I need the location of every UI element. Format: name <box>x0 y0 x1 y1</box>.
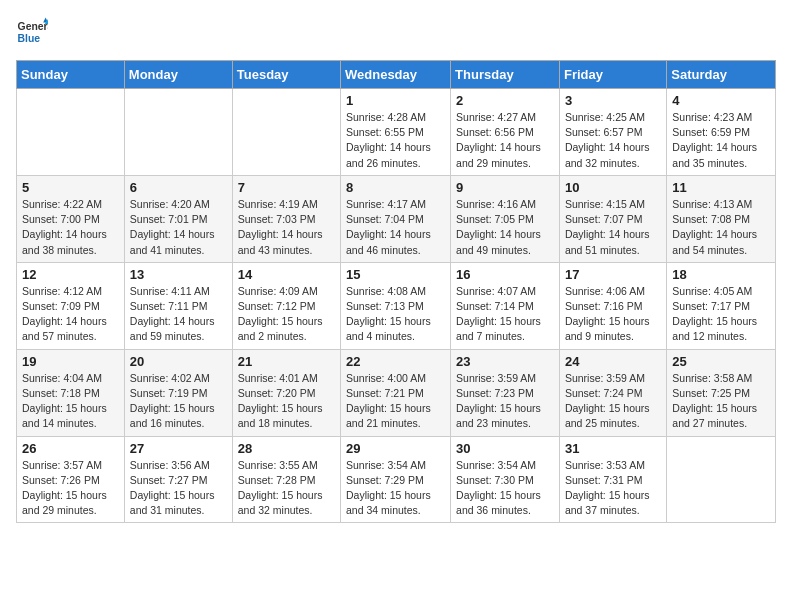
day-number: 12 <box>22 267 119 282</box>
day-info: Sunrise: 4:01 AM Sunset: 7:20 PM Dayligh… <box>238 371 335 432</box>
day-number: 10 <box>565 180 661 195</box>
calendar-week-row: 12Sunrise: 4:12 AM Sunset: 7:09 PM Dayli… <box>17 262 776 349</box>
logo: General Blue <box>16 16 52 48</box>
calendar-cell: 10Sunrise: 4:15 AM Sunset: 7:07 PM Dayli… <box>559 175 666 262</box>
calendar-cell: 6Sunrise: 4:20 AM Sunset: 7:01 PM Daylig… <box>124 175 232 262</box>
calendar-cell <box>124 89 232 176</box>
day-number: 11 <box>672 180 770 195</box>
day-number: 19 <box>22 354 119 369</box>
day-number: 23 <box>456 354 554 369</box>
day-number: 20 <box>130 354 227 369</box>
calendar-cell <box>232 89 340 176</box>
column-header-sunday: Sunday <box>17 61 125 89</box>
column-header-tuesday: Tuesday <box>232 61 340 89</box>
day-number: 9 <box>456 180 554 195</box>
day-info: Sunrise: 4:12 AM Sunset: 7:09 PM Dayligh… <box>22 284 119 345</box>
day-info: Sunrise: 4:17 AM Sunset: 7:04 PM Dayligh… <box>346 197 445 258</box>
day-number: 5 <box>22 180 119 195</box>
day-info: Sunrise: 3:59 AM Sunset: 7:23 PM Dayligh… <box>456 371 554 432</box>
day-info: Sunrise: 4:15 AM Sunset: 7:07 PM Dayligh… <box>565 197 661 258</box>
column-header-friday: Friday <box>559 61 666 89</box>
day-number: 26 <box>22 441 119 456</box>
day-info: Sunrise: 4:22 AM Sunset: 7:00 PM Dayligh… <box>22 197 119 258</box>
calendar-cell: 28Sunrise: 3:55 AM Sunset: 7:28 PM Dayli… <box>232 436 340 523</box>
day-number: 30 <box>456 441 554 456</box>
day-info: Sunrise: 3:58 AM Sunset: 7:25 PM Dayligh… <box>672 371 770 432</box>
calendar-cell: 22Sunrise: 4:00 AM Sunset: 7:21 PM Dayli… <box>341 349 451 436</box>
day-number: 8 <box>346 180 445 195</box>
day-info: Sunrise: 4:27 AM Sunset: 6:56 PM Dayligh… <box>456 110 554 171</box>
calendar-cell <box>17 89 125 176</box>
calendar-cell: 15Sunrise: 4:08 AM Sunset: 7:13 PM Dayli… <box>341 262 451 349</box>
calendar-cell: 1Sunrise: 4:28 AM Sunset: 6:55 PM Daylig… <box>341 89 451 176</box>
day-info: Sunrise: 4:02 AM Sunset: 7:19 PM Dayligh… <box>130 371 227 432</box>
day-number: 18 <box>672 267 770 282</box>
column-header-monday: Monday <box>124 61 232 89</box>
day-number: 17 <box>565 267 661 282</box>
day-info: Sunrise: 4:16 AM Sunset: 7:05 PM Dayligh… <box>456 197 554 258</box>
day-info: Sunrise: 3:59 AM Sunset: 7:24 PM Dayligh… <box>565 371 661 432</box>
day-number: 6 <box>130 180 227 195</box>
calendar-cell: 23Sunrise: 3:59 AM Sunset: 7:23 PM Dayli… <box>451 349 560 436</box>
day-number: 25 <box>672 354 770 369</box>
day-info: Sunrise: 3:53 AM Sunset: 7:31 PM Dayligh… <box>565 458 661 519</box>
day-number: 4 <box>672 93 770 108</box>
day-number: 14 <box>238 267 335 282</box>
day-number: 16 <box>456 267 554 282</box>
day-number: 13 <box>130 267 227 282</box>
calendar-week-row: 5Sunrise: 4:22 AM Sunset: 7:00 PM Daylig… <box>17 175 776 262</box>
calendar-cell: 9Sunrise: 4:16 AM Sunset: 7:05 PM Daylig… <box>451 175 560 262</box>
day-info: Sunrise: 4:00 AM Sunset: 7:21 PM Dayligh… <box>346 371 445 432</box>
calendar-header-row: SundayMondayTuesdayWednesdayThursdayFrid… <box>17 61 776 89</box>
calendar-cell: 5Sunrise: 4:22 AM Sunset: 7:00 PM Daylig… <box>17 175 125 262</box>
day-info: Sunrise: 4:23 AM Sunset: 6:59 PM Dayligh… <box>672 110 770 171</box>
column-header-wednesday: Wednesday <box>341 61 451 89</box>
day-number: 24 <box>565 354 661 369</box>
calendar-cell: 29Sunrise: 3:54 AM Sunset: 7:29 PM Dayli… <box>341 436 451 523</box>
day-number: 31 <box>565 441 661 456</box>
day-number: 15 <box>346 267 445 282</box>
day-info: Sunrise: 4:19 AM Sunset: 7:03 PM Dayligh… <box>238 197 335 258</box>
day-info: Sunrise: 4:11 AM Sunset: 7:11 PM Dayligh… <box>130 284 227 345</box>
calendar-cell: 19Sunrise: 4:04 AM Sunset: 7:18 PM Dayli… <box>17 349 125 436</box>
calendar-cell: 3Sunrise: 4:25 AM Sunset: 6:57 PM Daylig… <box>559 89 666 176</box>
logo-icon: General Blue <box>16 16 48 48</box>
day-number: 29 <box>346 441 445 456</box>
day-info: Sunrise: 4:13 AM Sunset: 7:08 PM Dayligh… <box>672 197 770 258</box>
calendar-week-row: 1Sunrise: 4:28 AM Sunset: 6:55 PM Daylig… <box>17 89 776 176</box>
day-info: Sunrise: 4:20 AM Sunset: 7:01 PM Dayligh… <box>130 197 227 258</box>
day-info: Sunrise: 4:28 AM Sunset: 6:55 PM Dayligh… <box>346 110 445 171</box>
calendar-week-row: 26Sunrise: 3:57 AM Sunset: 7:26 PM Dayli… <box>17 436 776 523</box>
day-number: 22 <box>346 354 445 369</box>
column-header-thursday: Thursday <box>451 61 560 89</box>
calendar-cell: 31Sunrise: 3:53 AM Sunset: 7:31 PM Dayli… <box>559 436 666 523</box>
svg-text:General: General <box>18 21 48 32</box>
day-info: Sunrise: 4:09 AM Sunset: 7:12 PM Dayligh… <box>238 284 335 345</box>
calendar-cell: 16Sunrise: 4:07 AM Sunset: 7:14 PM Dayli… <box>451 262 560 349</box>
page-header: General Blue <box>16 16 776 48</box>
day-info: Sunrise: 3:57 AM Sunset: 7:26 PM Dayligh… <box>22 458 119 519</box>
calendar-cell: 24Sunrise: 3:59 AM Sunset: 7:24 PM Dayli… <box>559 349 666 436</box>
calendar-cell <box>667 436 776 523</box>
calendar-cell: 27Sunrise: 3:56 AM Sunset: 7:27 PM Dayli… <box>124 436 232 523</box>
calendar-cell: 12Sunrise: 4:12 AM Sunset: 7:09 PM Dayli… <box>17 262 125 349</box>
calendar-cell: 13Sunrise: 4:11 AM Sunset: 7:11 PM Dayli… <box>124 262 232 349</box>
day-info: Sunrise: 4:07 AM Sunset: 7:14 PM Dayligh… <box>456 284 554 345</box>
day-number: 7 <box>238 180 335 195</box>
calendar-cell: 25Sunrise: 3:58 AM Sunset: 7:25 PM Dayli… <box>667 349 776 436</box>
calendar-cell: 20Sunrise: 4:02 AM Sunset: 7:19 PM Dayli… <box>124 349 232 436</box>
calendar-cell: 2Sunrise: 4:27 AM Sunset: 6:56 PM Daylig… <box>451 89 560 176</box>
calendar-cell: 7Sunrise: 4:19 AM Sunset: 7:03 PM Daylig… <box>232 175 340 262</box>
calendar-table: SundayMondayTuesdayWednesdayThursdayFrid… <box>16 60 776 523</box>
day-info: Sunrise: 3:56 AM Sunset: 7:27 PM Dayligh… <box>130 458 227 519</box>
day-info: Sunrise: 3:54 AM Sunset: 7:29 PM Dayligh… <box>346 458 445 519</box>
day-number: 27 <box>130 441 227 456</box>
calendar-cell: 17Sunrise: 4:06 AM Sunset: 7:16 PM Dayli… <box>559 262 666 349</box>
calendar-cell: 11Sunrise: 4:13 AM Sunset: 7:08 PM Dayli… <box>667 175 776 262</box>
day-number: 28 <box>238 441 335 456</box>
calendar-cell: 26Sunrise: 3:57 AM Sunset: 7:26 PM Dayli… <box>17 436 125 523</box>
calendar-cell: 21Sunrise: 4:01 AM Sunset: 7:20 PM Dayli… <box>232 349 340 436</box>
day-info: Sunrise: 4:06 AM Sunset: 7:16 PM Dayligh… <box>565 284 661 345</box>
day-number: 1 <box>346 93 445 108</box>
calendar-week-row: 19Sunrise: 4:04 AM Sunset: 7:18 PM Dayli… <box>17 349 776 436</box>
